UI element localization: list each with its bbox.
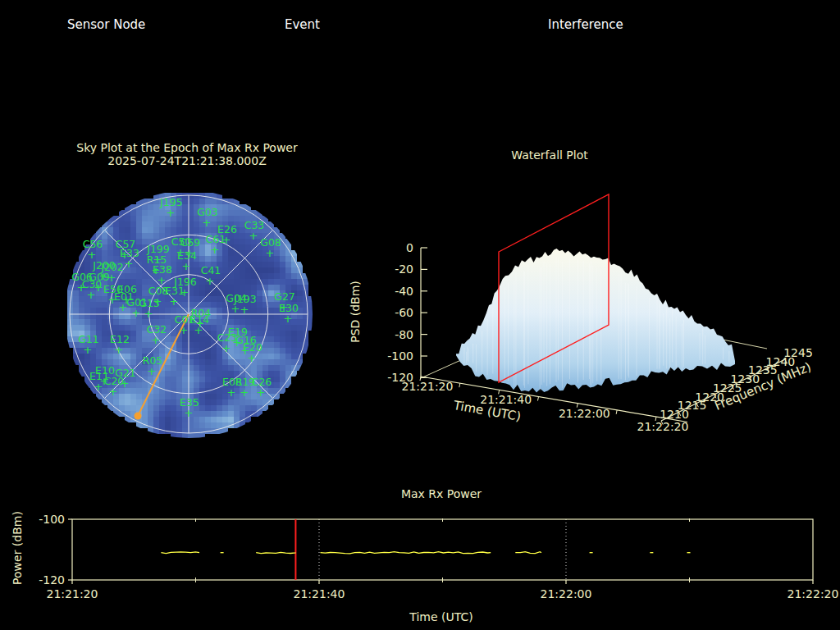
- satellite-plus-marker: +: [84, 344, 93, 356]
- satellite-plus-marker: +: [249, 230, 258, 242]
- satellite-plus-marker: +: [194, 324, 203, 336]
- satellite-plus-marker: +: [109, 386, 118, 398]
- svg-text:-40: -40: [395, 285, 413, 298]
- psd-tick-labels: 0-20-40-60-80-100-120: [387, 241, 413, 384]
- svg-text:21:22:00: 21:22:00: [559, 407, 610, 420]
- satellite-plus-marker: +: [240, 386, 249, 399]
- satellite-plus-marker: +: [266, 247, 275, 259]
- power-series: [161, 552, 690, 554]
- waterfall-surface: [456, 249, 735, 393]
- satellite-plus-marker: +: [284, 313, 293, 325]
- satellite-plus-marker: +: [87, 289, 96, 301]
- svg-text:21:22:00: 21:22:00: [541, 587, 592, 600]
- satellite-plus-marker: +: [222, 342, 231, 354]
- sky-plot: J195+G03+C33+E26+G08+C56+C57+C50+C59+C61…: [67, 193, 314, 440]
- x-tick-labels: 21:21:2021:21:4021:22:0021:22:20: [47, 587, 839, 600]
- jammer-dot: [135, 413, 142, 420]
- satellite-plus-marker: +: [240, 304, 249, 316]
- satellite-plus-marker: +: [248, 352, 257, 364]
- satellite-plus-marker: +: [182, 260, 191, 272]
- satellite-plus-marker: +: [170, 295, 179, 308]
- satellite-plus-marker: +: [185, 407, 194, 419]
- svg-text:21:21:40: 21:21:40: [294, 587, 345, 600]
- waterfall-plot: 0-20-40-60-80-100-12021:21:2021:21:4021:…: [387, 194, 813, 433]
- svg-text:21:22:20: 21:22:20: [637, 420, 689, 433]
- plot-frame: [72, 519, 813, 580]
- svg-text:-20: -20: [395, 262, 413, 276]
- svg-text:-60: -60: [395, 306, 413, 319]
- plots-canvas: J195+G03+C33+E26+G08+C56+C57+C50+C59+C61…: [0, 0, 840, 630]
- satellite-plus-marker: +: [144, 308, 153, 320]
- satellite-plus-marker: +: [152, 334, 161, 346]
- satellite-plus-marker: +: [94, 381, 103, 393]
- satellite-plus-marker: +: [125, 258, 134, 270]
- psd-axis: [421, 248, 427, 378]
- svg-text:21:21:20: 21:21:20: [47, 587, 98, 600]
- svg-text:-120: -120: [39, 573, 65, 587]
- svg-text:-80: -80: [395, 328, 413, 341]
- y-tick-labels: -100-120: [39, 513, 65, 587]
- satellite-plus-marker: +: [227, 386, 236, 399]
- svg-text:-100: -100: [387, 349, 413, 363]
- svg-text:21:21:20: 21:21:20: [402, 380, 454, 393]
- svg-text:0: 0: [406, 241, 413, 254]
- satellite-plus-marker: +: [180, 324, 189, 336]
- app-window: Sensor Node Event Interference NameKEPK_…: [0, 0, 840, 630]
- satellite-plus-marker: +: [211, 244, 220, 256]
- satellite-plus-marker: +: [167, 207, 176, 219]
- svg-text:21:22:20: 21:22:20: [788, 587, 839, 600]
- satellite-plus-marker: +: [115, 344, 124, 356]
- satellite-plus-marker: +: [203, 217, 212, 229]
- svg-text:1245: 1245: [783, 346, 813, 359]
- satellite-plus-marker: +: [148, 365, 157, 377]
- power-timeseries-plot: -100-12021:21:2021:21:4021:22:0021:22:20: [39, 513, 838, 600]
- satellite-plus-marker: +: [206, 275, 215, 287]
- svg-text:-100: -100: [39, 513, 65, 526]
- satellite-plus-marker: +: [257, 386, 266, 399]
- svg-text:21:21:40: 21:21:40: [480, 393, 532, 406]
